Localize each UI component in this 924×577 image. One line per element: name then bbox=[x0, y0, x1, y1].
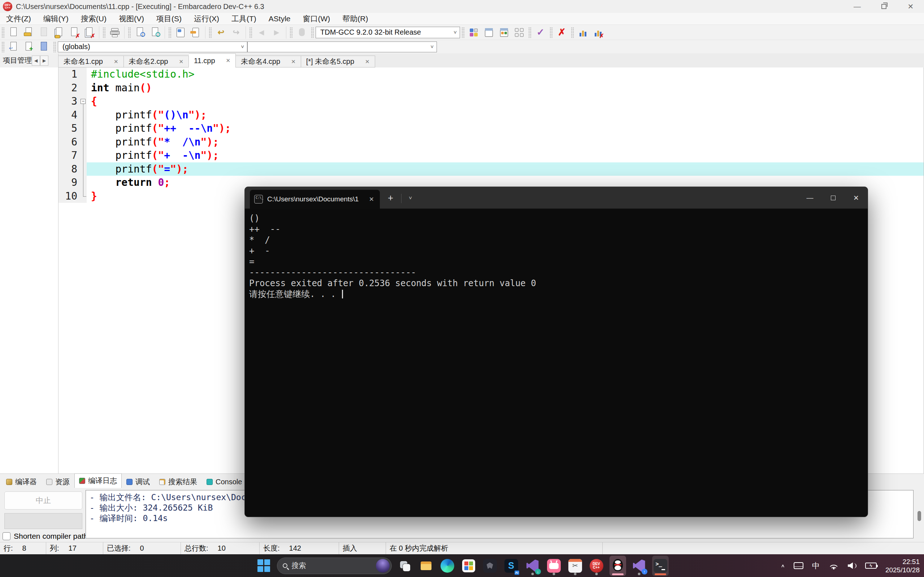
doc-plus-icon[interactable]: + bbox=[23, 40, 36, 53]
menu-搜索(U)[interactable]: 搜索(U) bbox=[75, 13, 113, 24]
terminal-minimize-button[interactable]: — bbox=[798, 187, 821, 209]
code-line[interactable]: 2int main() bbox=[58, 81, 924, 95]
profile-delete-icon[interactable]: ✗ bbox=[592, 26, 605, 39]
code-line[interactable]: 3−{ bbox=[58, 95, 924, 108]
bottom-tab-Console[interactable]: Console bbox=[202, 476, 247, 488]
rebuild-icon[interactable] bbox=[513, 26, 526, 39]
code-line[interactable]: 6 printf("* /\n"); bbox=[58, 135, 924, 149]
restore-button[interactable] bbox=[871, 0, 897, 13]
log-scrollbar-thumb[interactable] bbox=[918, 511, 921, 521]
terminal-title-bar[interactable]: C:\_ C:\Users\nursex\Documents\1 ✕ + ˅ —… bbox=[245, 187, 867, 209]
tray-overflow-chevron-icon[interactable]: ∧ bbox=[781, 563, 785, 568]
compiler-profile-select[interactable]: TDM-GCC 9.2.0 32-bit Release˅ bbox=[316, 27, 460, 38]
print-icon[interactable] bbox=[108, 26, 121, 39]
taskbar-app-game-launcher[interactable] bbox=[482, 556, 498, 576]
terminal-close-button[interactable]: ✕ bbox=[845, 187, 867, 209]
code-line[interactable]: 8 printf("="); bbox=[58, 163, 924, 176]
back-icon[interactable]: ◀ bbox=[255, 26, 268, 39]
menu-工具(T)[interactable]: 工具(T) bbox=[225, 13, 263, 24]
wifi-icon[interactable] bbox=[828, 562, 839, 570]
taskbar-app-ai-assistant[interactable]: SAI bbox=[503, 556, 520, 576]
menu-文件(Z)[interactable]: 文件(Z) bbox=[0, 13, 37, 24]
menu-AStyle[interactable]: AStyle bbox=[263, 13, 297, 24]
code-line[interactable]: 5 printf("++ --\n"); bbox=[58, 122, 924, 135]
touchpad-icon[interactable] bbox=[794, 562, 803, 569]
menu-编辑(Y)[interactable]: 编辑(Y) bbox=[37, 13, 75, 24]
tab-close-icon[interactable]: ✕ bbox=[365, 58, 370, 65]
find-icon[interactable] bbox=[134, 26, 147, 39]
taskbar-app-screen-capture[interactable]: ✂ bbox=[567, 556, 583, 576]
compile-icon[interactable] bbox=[467, 26, 480, 39]
syntax-check-icon[interactable]: ✓ bbox=[534, 26, 547, 39]
clock[interactable]: 22:51 2025/10/28 bbox=[885, 558, 920, 574]
abort-button[interactable]: 中止 bbox=[4, 492, 82, 509]
tab-未命名1.cpp[interactable]: 未命名1.cpp✕ bbox=[58, 56, 124, 68]
fold-column[interactable]: − bbox=[79, 95, 87, 108]
start-button[interactable] bbox=[256, 556, 272, 576]
volume-icon[interactable] bbox=[848, 562, 856, 569]
save-all-icon[interactable] bbox=[53, 26, 66, 39]
tab-close-icon[interactable]: ✕ bbox=[114, 58, 118, 65]
taskbar-app-microsoft-store[interactable] bbox=[460, 556, 477, 576]
profile-icon[interactable] bbox=[577, 26, 590, 39]
replace-icon[interactable] bbox=[149, 26, 162, 39]
taskbar-app-terminal[interactable]: >_ bbox=[652, 556, 669, 576]
tab-11.cpp[interactable]: 11.cpp✕ bbox=[189, 53, 236, 68]
tab-close-icon[interactable]: ✕ bbox=[226, 57, 231, 64]
taskbar-app-task-view[interactable] bbox=[396, 556, 413, 576]
taskbar-app-file-explorer[interactable] bbox=[418, 556, 435, 576]
terminal-tab-dropdown[interactable]: ˅ bbox=[409, 195, 412, 201]
goto-function-icon[interactable] bbox=[174, 26, 187, 39]
menu-项目(S)[interactable]: 项目(S) bbox=[150, 13, 188, 24]
abort-compile-icon[interactable]: ✗ bbox=[555, 26, 569, 39]
bottom-tab-搜索结果[interactable]: 搜索结果 bbox=[155, 476, 202, 488]
shorten-paths-checkbox[interactable] bbox=[3, 532, 10, 540]
doc-blue-icon[interactable] bbox=[37, 40, 50, 53]
taskbar-app-visual-studio[interactable]: ↑ bbox=[631, 556, 648, 576]
redo-icon[interactable]: ↪ bbox=[229, 26, 242, 39]
minimize-button[interactable]: — bbox=[844, 0, 871, 13]
doc-arrow-icon[interactable]: ↩ bbox=[7, 40, 20, 53]
shorten-paths-option[interactable]: Shorten compiler path bbox=[3, 532, 86, 540]
tab-未命名2.cpp[interactable]: 未命名2.cpp✕ bbox=[124, 56, 189, 68]
bottom-tab-资源[interactable]: 资源 bbox=[42, 476, 74, 488]
terminal-new-tab-button[interactable]: + bbox=[388, 192, 393, 203]
terminal-tab[interactable]: C:\_ C:\Users\nursex\Documents\1 ✕ bbox=[250, 190, 380, 209]
bottom-tab-调试[interactable]: 调试 bbox=[122, 476, 155, 488]
terminal-tab-close-icon[interactable]: ✕ bbox=[368, 196, 376, 203]
members-select[interactable]: ˅ bbox=[247, 42, 437, 52]
battery-icon[interactable]: ϟ bbox=[865, 562, 877, 569]
tab-close-icon[interactable]: ✕ bbox=[179, 58, 183, 65]
compile-run-icon[interactable] bbox=[498, 26, 510, 39]
ime-indicator[interactable]: 中 bbox=[812, 561, 820, 571]
menu-帮助(R)[interactable]: 帮助(R) bbox=[336, 13, 374, 24]
terminal-maximize-button[interactable] bbox=[821, 187, 845, 209]
code-line[interactable]: 4 printf("()\n"); bbox=[58, 108, 924, 122]
close-all-files-icon[interactable]: ✗ bbox=[83, 26, 96, 39]
bottom-tab-编译日志[interactable]: 编译日志 bbox=[74, 474, 122, 488]
tab-close-icon[interactable]: ✕ bbox=[291, 58, 296, 65]
close-file-icon[interactable]: ✗ bbox=[68, 26, 81, 39]
taskbar-app-dev-cpp[interactable]: DEVC++ bbox=[588, 556, 605, 576]
tab-[*] 未命名5.cpp[interactable]: [*] 未命名5.cpp✕ bbox=[301, 56, 375, 68]
forward-icon[interactable]: ▶ bbox=[270, 26, 283, 39]
menu-视图(V)[interactable]: 视图(V) bbox=[113, 13, 150, 24]
save-icon[interactable] bbox=[37, 26, 50, 39]
run-icon[interactable] bbox=[482, 26, 495, 39]
tab-scroll-left-button[interactable]: ◀ bbox=[32, 56, 40, 66]
syntax-help-icon[interactable] bbox=[296, 26, 309, 39]
bottom-tab-编译器[interactable]: 编译器 bbox=[2, 476, 42, 488]
open-icon[interactable] bbox=[23, 26, 36, 39]
code-line[interactable]: 1#include<stdio.h> bbox=[58, 68, 924, 81]
taskbar-app-edge[interactable] bbox=[439, 556, 456, 576]
undo-icon[interactable]: ↩ bbox=[215, 26, 228, 39]
new-file-icon[interactable] bbox=[7, 26, 20, 39]
taskbar-search[interactable]: 搜索 bbox=[277, 558, 392, 574]
taskbar-app-bilibili[interactable] bbox=[546, 556, 562, 576]
terminal-window[interactable]: C:\_ C:\Users\nursex\Documents\1 ✕ + ˅ —… bbox=[244, 187, 868, 517]
menu-窗口(W)[interactable]: 窗口(W) bbox=[297, 13, 336, 24]
terminal-output[interactable]: ()++ --* /+ -=--------------------------… bbox=[245, 209, 867, 300]
taskbar-app-qq[interactable] bbox=[609, 556, 626, 576]
menu-运行(X)[interactable]: 运行(X) bbox=[188, 13, 225, 24]
taskbar-app-visual-studio-installer[interactable]: ↓ bbox=[524, 556, 541, 576]
